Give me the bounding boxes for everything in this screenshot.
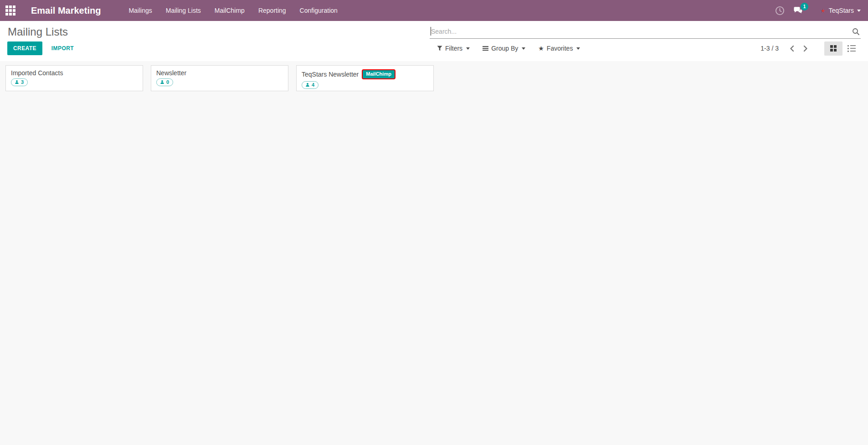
- mailing-list-card-newsletter[interactable]: Newsletter 0: [151, 65, 288, 91]
- magnifier-icon[interactable]: [852, 28, 860, 36]
- chevron-right-icon: [803, 45, 808, 52]
- menu-mailchimp[interactable]: MailChimp: [208, 0, 252, 21]
- create-button[interactable]: CREATE: [7, 41, 42, 55]
- menu-reporting[interactable]: Reporting: [252, 0, 293, 21]
- messages-button[interactable]: 1: [790, 0, 806, 21]
- pager: 1-3 / 3: [760, 39, 861, 58]
- search-bar: [430, 26, 861, 39]
- caret-down-icon: [857, 10, 861, 12]
- systray: 1 ★ TeqStars: [772, 0, 868, 21]
- menu-mailing-lists[interactable]: Mailing Lists: [159, 0, 208, 21]
- caret-down-icon: [466, 47, 470, 50]
- contact-count: 3: [21, 79, 24, 85]
- group-by-dropdown[interactable]: Group By: [483, 45, 525, 52]
- search-options: Filters Group By ★ Favorites: [437, 39, 580, 58]
- card-title: Newsletter: [156, 69, 186, 77]
- bars-icon: [483, 46, 488, 51]
- kanban-view: Imported Contacts 3 Newsletter 0: [0, 61, 868, 445]
- pager-previous-button[interactable]: [785, 41, 799, 55]
- kanban-grid-icon: [830, 45, 837, 52]
- main-menu: Mailings Mailing Lists MailChimp Reporti…: [122, 0, 344, 21]
- activities-button[interactable]: [772, 0, 787, 21]
- pager-next-button[interactable]: [799, 41, 812, 55]
- search-input[interactable]: [430, 26, 861, 39]
- apps-menu-button[interactable]: [0, 0, 21, 21]
- star-icon: ★: [538, 45, 544, 52]
- import-button[interactable]: IMPORT: [51, 45, 74, 52]
- mailing-list-card-imported-contacts[interactable]: Imported Contacts 3: [5, 65, 143, 91]
- text-cursor: [431, 27, 431, 36]
- clock-icon: [775, 6, 785, 16]
- card-title: TeqStars Newsletter: [302, 71, 359, 78]
- person-icon: [15, 80, 19, 84]
- filters-dropdown[interactable]: Filters: [437, 45, 470, 52]
- person-icon: [160, 80, 164, 84]
- mailchimp-tag-highlighted[interactable]: MailChimp: [362, 69, 395, 79]
- list-icon: [847, 45, 856, 52]
- menu-configuration[interactable]: Configuration: [293, 0, 344, 21]
- apps-grid-icon: [5, 5, 15, 16]
- pager-range: 1-3 / 3: [760, 45, 779, 52]
- caret-down-icon: [576, 47, 580, 50]
- mailing-list-card-teqstars-newsletter[interactable]: TeqStars Newsletter MailChimp 4: [296, 65, 434, 91]
- contacts-badge[interactable]: 0: [156, 78, 173, 86]
- card-title: Imported Contacts: [11, 69, 63, 77]
- message-count-badge: 1: [801, 3, 808, 10]
- favorites-dropdown[interactable]: ★ Favorites: [538, 45, 580, 52]
- contacts-badge[interactable]: 4: [302, 81, 318, 89]
- chevron-left-icon: [790, 45, 794, 52]
- company-menu[interactable]: ★ TeqStars: [820, 7, 861, 14]
- filters-label: Filters: [445, 45, 462, 52]
- top-navbar: Email Marketing Mailings Mailing Lists M…: [0, 0, 868, 21]
- caret-down-icon: [522, 47, 525, 50]
- control-panel: Mailing Lists CREATE IMPORT Filters Grou: [0, 21, 868, 61]
- kanban-card-row: Imported Contacts 3 Newsletter 0: [5, 65, 863, 91]
- view-switcher: [824, 41, 861, 56]
- page-title: Mailing Lists: [8, 26, 68, 38]
- contact-count: 4: [312, 82, 314, 88]
- group-by-label: Group By: [491, 45, 518, 52]
- company-name: TeqStars: [829, 7, 854, 14]
- company-logo-icon: ★: [820, 7, 826, 14]
- menu-mailings[interactable]: Mailings: [122, 0, 159, 21]
- funnel-icon: [437, 46, 442, 51]
- kanban-view-button[interactable]: [824, 41, 842, 56]
- favorites-label: Favorites: [547, 45, 573, 52]
- app-title: Email Marketing: [31, 5, 101, 16]
- list-view-button[interactable]: [842, 41, 861, 56]
- person-icon: [305, 83, 310, 87]
- contact-count: 0: [166, 79, 169, 85]
- contacts-badge[interactable]: 3: [11, 78, 28, 86]
